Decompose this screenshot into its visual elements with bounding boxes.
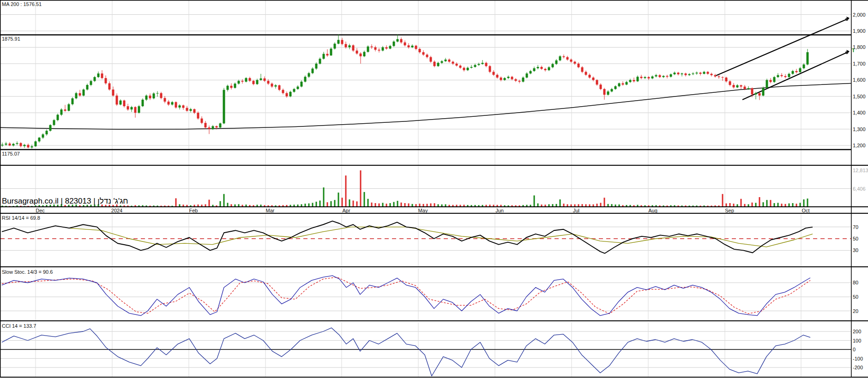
price-axis-label: 1,400 xyxy=(853,110,866,115)
price-axis-label: 1,300 xyxy=(853,126,866,132)
ma-indicator-label: MA 200 : 1576.51 xyxy=(2,1,42,7)
stoch-axis-label: 20 xyxy=(853,308,858,314)
x-axis-label: Aug xyxy=(648,208,657,213)
cci-axis-label: 100 xyxy=(853,338,861,343)
price-axis-label: 2,000 xyxy=(853,12,866,18)
price-axis-label: 1,800 xyxy=(853,44,866,50)
watermark: Bursagraph.co.il | 823013 | חג'ג' נדלן xyxy=(2,198,128,204)
x-axis-label: Dec xyxy=(36,208,45,213)
x-axis-label: Sep xyxy=(725,208,734,213)
x-axis-label: May xyxy=(418,208,428,213)
x-axis-label: Jul xyxy=(573,208,579,213)
cci-axis-label: -200 xyxy=(853,365,863,370)
volume-axis-label: 12,813 xyxy=(853,168,868,173)
stoch-axis-label: 50 xyxy=(853,294,858,300)
resistance-level-label: 1875.91 xyxy=(2,36,20,42)
rsi-indicator-label: RSI 14/14 = 69.8 xyxy=(2,215,40,221)
x-axis-label: Feb xyxy=(189,208,198,213)
cci-axis-label: 200 xyxy=(853,329,861,334)
x-axis-label: Apr xyxy=(342,208,350,213)
stoch-indicator-label: Slow Stoc. 14/3 = 90.6 xyxy=(2,269,53,275)
support-level-label: 1175.07 xyxy=(2,151,20,157)
stoch-axis-label: 80 xyxy=(853,280,858,285)
cci-indicator-label: CCI 14 = 133.7 xyxy=(2,323,36,329)
cci-axis-label: -100 xyxy=(853,356,863,361)
cci-axis-label: 0 xyxy=(853,347,856,352)
x-axis-label: Oct xyxy=(802,208,809,213)
rsi-axis-label: 50 xyxy=(853,236,858,241)
price-axis-label: 1,700 xyxy=(853,61,866,66)
rsi-axis-label: 70 xyxy=(853,224,858,230)
stock-chart-application: MA 200 : 1576.51 1875.91 1175.07 Bursagr… xyxy=(0,0,868,379)
x-axis-label: Jun xyxy=(495,208,504,213)
chart-canvas[interactable] xyxy=(0,0,868,379)
rsi-axis-label: 30 xyxy=(853,247,858,253)
price-axis-label: 1,900 xyxy=(853,28,866,34)
volume-axis-label: 6,406 xyxy=(853,186,866,192)
price-axis-label: 1,600 xyxy=(853,77,866,83)
x-axis-label: 2024 xyxy=(111,208,122,213)
price-axis-label: 1,200 xyxy=(853,143,866,148)
x-axis-label: Mar xyxy=(266,208,275,213)
price-axis-label: 1,500 xyxy=(853,94,866,99)
